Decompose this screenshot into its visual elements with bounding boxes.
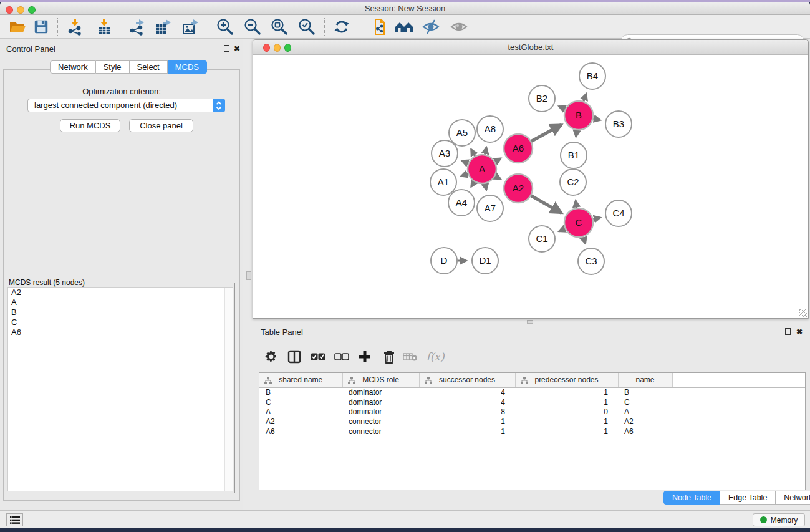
zoom-out-button[interactable] <box>243 17 263 36</box>
cell-name[interactable]: A <box>618 407 672 417</box>
table-row-a6[interactable]: A6connector11A6 <box>259 427 806 437</box>
graph-node-a1[interactable]: A1 <box>430 169 456 195</box>
cell-mcds-role[interactable]: connector <box>342 427 419 437</box>
float-panel-icon[interactable] <box>224 45 229 52</box>
graph-node-a8[interactable]: A8 <box>477 116 503 142</box>
task-history-button[interactable] <box>6 513 23 526</box>
column-header-shared-name[interactable]: shared name <box>259 373 342 387</box>
split-columns-button[interactable] <box>285 347 304 366</box>
table-row-a[interactable]: Adominator80A <box>259 407 806 417</box>
paste-network-button[interactable] <box>369 17 389 36</box>
cell-successor-nodes[interactable]: 4 <box>419 387 515 397</box>
home-view-button[interactable] <box>394 17 414 36</box>
column-header-mcds-role[interactable]: MCDS role <box>342 373 419 387</box>
tab-edge-table[interactable]: Edge Table <box>720 491 776 505</box>
cell-predecessor-nodes[interactable]: 0 <box>515 407 618 417</box>
result-item-b[interactable]: B <box>8 307 233 317</box>
cell-mcds-role[interactable]: dominator <box>342 397 419 407</box>
graph-node-a6[interactable]: A6 <box>504 134 533 163</box>
graph-node-d1[interactable]: D1 <box>472 248 498 274</box>
result-list-scrollbar[interactable] <box>224 288 233 491</box>
close-panel-icon[interactable]: ✖ <box>234 45 240 52</box>
cell-mcds-role[interactable]: dominator <box>342 407 419 417</box>
graph-node-c[interactable]: C <box>564 208 593 237</box>
desktop-vscroll-thumb[interactable] <box>246 271 251 280</box>
open-session-button[interactable] <box>7 17 27 36</box>
graph-node-b4[interactable]: B4 <box>579 63 605 89</box>
cell-successor-nodes[interactable]: 8 <box>419 407 515 417</box>
delete-table-button[interactable] <box>401 347 420 366</box>
graph-node-b[interactable]: B <box>564 101 593 130</box>
result-item-a6[interactable]: A6 <box>8 327 233 337</box>
window-resize-grip[interactable] <box>799 309 807 317</box>
graph-node-a4[interactable]: A4 <box>448 190 475 216</box>
zoom-fit-button[interactable] <box>269 17 289 36</box>
result-item-a2[interactable]: A2 <box>8 288 233 297</box>
cell-shared-name[interactable]: C <box>259 397 342 407</box>
graph-node-b2[interactable]: B2 <box>529 85 555 112</box>
cell-successor-nodes[interactable]: 1 <box>419 417 515 427</box>
export-image-button[interactable] <box>180 17 200 36</box>
tab-node-table[interactable]: Node Table <box>663 491 720 505</box>
show-network-button[interactable] <box>449 17 469 36</box>
cell-predecessor-nodes[interactable]: 1 <box>515 397 618 407</box>
memory-button[interactable]: Memory <box>753 513 805 526</box>
zoom-in-button[interactable] <box>215 17 235 36</box>
tab-mcds[interactable]: MCDS <box>168 60 207 74</box>
graph-node-c1[interactable]: C1 <box>529 226 555 252</box>
save-session-button[interactable] <box>31 17 51 36</box>
table-close-panel-icon[interactable]: ✖ <box>796 328 803 336</box>
cell-predecessor-nodes[interactable]: 1 <box>515 417 618 427</box>
import-network-button[interactable] <box>65 17 85 36</box>
graph-node-a5[interactable]: A5 <box>449 120 475 146</box>
function-builder-button[interactable]: f(x) <box>422 347 448 366</box>
select-all-button[interactable] <box>309 347 327 366</box>
graph-node-c4[interactable]: C4 <box>605 200 632 226</box>
cell-mcds-role[interactable]: dominator <box>342 387 419 397</box>
tab-select[interactable]: Select <box>130 60 168 74</box>
delete-row-button[interactable] <box>380 347 398 366</box>
graph-node-d[interactable]: D <box>431 248 457 274</box>
cell-shared-name[interactable]: A <box>259 407 342 417</box>
tab-network-table[interactable]: Network Table <box>776 491 810 505</box>
graph-node-a2[interactable]: A2 <box>504 174 533 203</box>
cell-name[interactable]: B <box>618 387 672 397</box>
cell-successor-nodes[interactable]: 1 <box>419 427 515 437</box>
table-settings-button[interactable] <box>262 347 281 366</box>
network-graph[interactable]: B4B2BB3A5A8A6A3B1AA1C2A2A4A7C4CC1DD1C3 <box>253 56 808 318</box>
cell-name[interactable]: A2 <box>618 417 672 427</box>
refresh-button[interactable] <box>332 17 352 36</box>
add-row-button[interactable] <box>355 347 374 366</box>
hide-network-button[interactable] <box>421 17 441 36</box>
export-network-button[interactable] <box>127 17 147 36</box>
graph-node-a[interactable]: A <box>468 155 496 183</box>
graph-node-b3[interactable]: B3 <box>605 111 632 137</box>
graph-node-a3[interactable]: A3 <box>432 140 458 167</box>
cell-shared-name[interactable]: A2 <box>259 417 342 427</box>
cell-mcds-role[interactable]: connector <box>342 417 419 427</box>
close-panel-button[interactable]: Close panel <box>129 119 193 132</box>
cell-name[interactable]: C <box>618 397 672 407</box>
tab-style[interactable]: Style <box>96 60 130 74</box>
table-row-c[interactable]: Cdominator41C <box>259 397 806 407</box>
deselect-all-button[interactable] <box>332 347 351 366</box>
cell-predecessor-nodes[interactable]: 1 <box>515 387 618 397</box>
table-row-b[interactable]: Bdominator41B <box>259 387 806 397</box>
result-item-c[interactable]: C <box>8 317 233 327</box>
graph-node-a7[interactable]: A7 <box>477 195 503 221</box>
column-header-successor-nodes[interactable]: successor nodes <box>419 373 515 387</box>
cell-shared-name[interactable]: A6 <box>259 427 342 437</box>
cell-successor-nodes[interactable]: 4 <box>419 397 515 407</box>
network-window-titlebar[interactable]: testGlobe.txt <box>253 40 808 55</box>
tab-network[interactable]: Network <box>50 60 96 74</box>
graph-node-b1[interactable]: B1 <box>561 142 587 168</box>
cell-name[interactable]: A6 <box>618 427 672 437</box>
graph-node-c3[interactable]: C3 <box>578 248 604 274</box>
column-header-predecessor-nodes[interactable]: predecessor nodes <box>515 373 618 387</box>
zoom-selected-button[interactable] <box>297 17 317 36</box>
export-table-button[interactable] <box>153 17 173 36</box>
result-item-a[interactable]: A <box>8 297 233 307</box>
table-float-panel-icon[interactable] <box>785 328 791 335</box>
table-row-a2[interactable]: A2connector11A2 <box>259 417 806 427</box>
run-mcds-button[interactable]: Run MCDS <box>60 119 120 132</box>
